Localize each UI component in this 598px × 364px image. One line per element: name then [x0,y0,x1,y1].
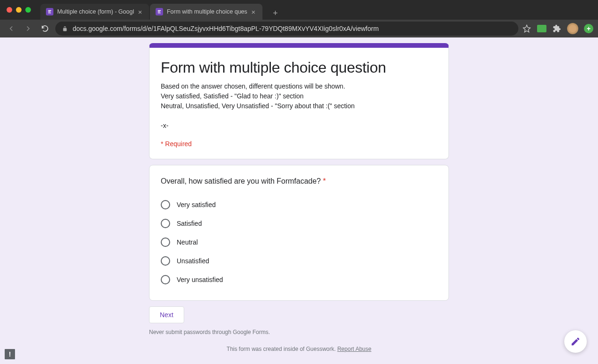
close-tab-1-icon[interactable]: × [250,8,257,15]
envelope-icon [537,25,546,32]
close-window-button[interactable] [7,7,12,13]
star-icon [523,24,531,33]
lock-icon [62,26,68,32]
forward-button[interactable] [22,22,35,35]
tab-list: Multiple choice (form) - Googl × Form wi… [40,0,282,20]
form-container: Form with multiple choice question Based… [149,43,449,364]
maximize-window-button[interactable] [25,7,31,13]
report-abuse-link[interactable]: Report Abuse [337,346,372,352]
add-profile-button[interactable]: + [584,24,593,33]
radio-icon [161,256,170,266]
form-title: Form with multiple choice question [161,58,437,77]
radio-label: Satisfied [177,220,202,227]
radio-icon [161,238,170,247]
question-title: Overall, how satisfied are you with Form… [161,176,437,187]
browser-tab-strip: Multiple choice (form) - Googl × Form wi… [0,0,598,20]
form-description: Based on the answer chosen, different qu… [161,82,437,131]
radio-label: Unsatisfied [177,257,209,265]
new-tab-button[interactable]: + [269,7,282,20]
tab-title-1: Form with multiple choice ques [167,8,247,15]
radio-label: Very unsatisfied [177,276,223,283]
reload-icon [41,24,49,33]
back-button[interactable] [5,22,18,35]
form-footer: This form was created inside of Guesswor… [149,346,449,352]
address-bar[interactable]: docs.google.com/forms/d/e/1FAlpQLSeuZsjy… [55,22,518,36]
edit-form-fab[interactable] [564,330,587,353]
toolbar-actions: + [522,23,593,34]
forms-favicon-icon [156,8,163,15]
radio-option-unsatisfied[interactable]: Unsatisfied [161,252,437,270]
radio-option-satisfied[interactable]: Satisfied [161,214,437,233]
profile-avatar[interactable] [567,23,578,34]
required-indicator: * [323,177,326,185]
radio-group: Very satisfied Satisfied Neutral Unsatis… [161,195,437,289]
puzzle-icon [553,24,561,33]
question-text: Overall, how satisfied are you with Form… [161,177,321,185]
radio-icon [161,275,170,284]
radio-label: Very satisfied [177,201,216,208]
tab-title-0: Multiple choice (form) - Googl [57,8,134,15]
window-controls [7,7,31,13]
page-viewport: Form with multiple choice question Based… [0,37,598,364]
forms-favicon-icon [46,8,53,15]
bookmark-button[interactable] [522,24,531,33]
url-text: docs.google.com/forms/d/e/1FAlpQLSeuZsjy… [73,25,379,32]
browser-toolbar: docs.google.com/forms/d/e/1FAlpQLSeuZsjy… [0,20,598,37]
exclamation-icon: ! [9,350,11,358]
footer-owner-text: This form was created inside of Guesswor… [227,346,337,352]
extension-mail-button[interactable] [537,24,546,33]
arrow-right-icon [24,24,32,33]
radio-icon [161,219,170,228]
extensions-button[interactable] [552,24,561,33]
question-card: Overall, how satisfied are you with Form… [149,165,449,301]
form-header-card: Form with multiple choice question Based… [149,43,449,159]
browser-tab-0[interactable]: Multiple choice (form) - Googl × [40,4,149,20]
password-warning: Never submit passwords through Google Fo… [149,329,449,335]
pencil-icon [570,336,581,347]
radio-label: Neutral [177,238,198,246]
next-button[interactable]: Next [149,306,184,323]
radio-option-neutral[interactable]: Neutral [161,233,437,252]
feedback-button[interactable]: ! [5,349,15,359]
radio-option-very-unsatisfied[interactable]: Very unsatisfied [161,270,437,289]
minimize-window-button[interactable] [16,7,22,13]
required-legend: * Required [161,140,437,148]
browser-tab-1[interactable]: Form with multiple choice ques × [150,4,262,20]
radio-icon [161,200,170,209]
close-tab-0-icon[interactable]: × [137,8,143,15]
radio-option-very-satisfied[interactable]: Very satisfied [161,195,437,214]
reload-button[interactable] [38,22,52,35]
arrow-left-icon [7,24,15,33]
